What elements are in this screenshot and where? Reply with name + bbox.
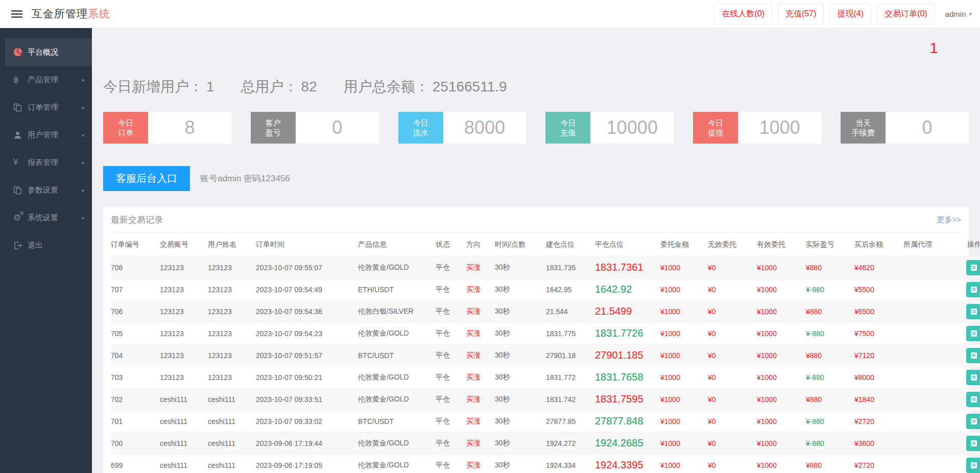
stat-card-4: 今日提现1000	[693, 112, 821, 144]
cell-agent	[903, 256, 953, 278]
overview-stat-2: 用户总余额：25166511.9	[344, 77, 507, 97]
sidebar-item-4[interactable]: ¥报表管理▸	[0, 149, 92, 176]
cell-order-id: 704	[111, 344, 160, 366]
topbar-button-3[interactable]: 交易订单(0)	[877, 4, 935, 25]
cell-agent	[903, 344, 953, 366]
cell-trade-account: ceshi111	[160, 432, 208, 454]
cell-entrust-amount: ¥1000	[660, 388, 708, 410]
card-label-line2: 盈亏	[266, 128, 281, 137]
cell-action	[953, 322, 980, 344]
stat-card-label: 今日流水	[398, 112, 443, 144]
topbar-actions: 在线人数(0)充值(57)提现(4)交易订单(0) admin ▾	[708, 4, 980, 25]
order-detail-button[interactable]	[966, 458, 980, 473]
chevron-right-icon: ▸	[82, 104, 85, 111]
cell-post-balance: ¥7120	[854, 344, 903, 366]
sidebar-item-label: 报表管理	[28, 158, 58, 168]
cell-direction: 买涨	[466, 366, 495, 388]
table-row: 699ceshi111ceshi1112023-09-06 17:19:05伦敦…	[111, 454, 980, 473]
topbar-button-1[interactable]: 充值(57)	[778, 4, 824, 25]
order-detail-button[interactable]	[966, 304, 980, 319]
cell-valid-entrust: ¥1000	[757, 388, 806, 410]
cell-open-price: 1831.742	[546, 388, 595, 410]
form-icon	[970, 308, 978, 316]
menu-toggle-icon[interactable]	[11, 9, 22, 19]
cell-order-time: 2023-09-06 17:19:05	[256, 454, 358, 473]
panel-title: 最新交易记录	[111, 214, 163, 226]
order-detail-button[interactable]	[966, 370, 980, 385]
cell-post-balance: ¥2720	[854, 410, 903, 432]
cell-order-id: 703	[111, 366, 160, 388]
cell-close-price: 27901.185	[595, 344, 660, 366]
cell-post-balance: ¥2720	[854, 454, 903, 473]
orders-icon	[13, 103, 28, 112]
more-link[interactable]: 更多>>	[937, 215, 961, 225]
chevron-right-icon: ▸	[82, 215, 85, 221]
trades-table: 订单编号交易账号用户姓名订单时间产品信息状态方向时间/点数建仓点位平仓点位委托金…	[111, 233, 980, 473]
sidebar-item-1[interactable]: ฿产品管理▸	[0, 66, 92, 93]
order-detail-button[interactable]	[966, 326, 980, 341]
cell-invalid-entrust: ¥0	[708, 410, 757, 432]
admin-dropdown[interactable]: admin ▾	[945, 10, 972, 18]
stat-card-label: 客户盈亏	[251, 112, 296, 144]
topbar-button-0[interactable]: 在线人数(0)	[714, 4, 772, 25]
order-detail-button[interactable]	[966, 436, 980, 451]
cell-agent	[903, 454, 953, 473]
overview-stat-label: 总用户：	[241, 79, 298, 94]
cell-actual-profit: ¥-880	[806, 366, 854, 388]
sidebar-item-6[interactable]: ⚙⚙系统设置▸	[0, 204, 92, 231]
cell-duration: 30秒	[495, 366, 546, 388]
order-detail-button[interactable]	[966, 392, 980, 407]
table-row: 7061231231231232023-10-07 09:54:36伦敦白银/S…	[111, 300, 980, 322]
sidebar-item-7[interactable]: 退出	[0, 231, 92, 259]
admin-username: admin	[945, 10, 966, 18]
cell-entrust-amount: ¥1000	[660, 410, 708, 432]
order-detail-button[interactable]	[966, 348, 980, 363]
cell-user-name: ceshi111	[208, 454, 256, 473]
cell-direction: 买涨	[466, 454, 495, 473]
cell-open-price: 27877.85	[546, 410, 595, 432]
overview-stat-label: 用户总余额：	[344, 79, 429, 94]
service-backend-button[interactable]: 客服后台入口	[103, 166, 190, 191]
table-row: 701ceshi111ceshi1112023-10-07 09:33:02BT…	[111, 410, 980, 432]
stat-card-1: 客户盈亏0	[251, 112, 379, 144]
form-icon	[970, 373, 978, 382]
card-label-line1: 今日	[413, 118, 428, 128]
cell-actual-profit: ¥-880	[806, 410, 854, 432]
form-icon	[970, 461, 978, 469]
cell-order-id: 701	[111, 410, 160, 432]
sidebar-item-3[interactable]: 用户管理▸	[0, 121, 92, 149]
sidebar-item-0[interactable]: 平台概况	[5, 38, 92, 66]
cell-post-balance: ¥1840	[854, 388, 903, 410]
table-row: 7041231231231232023-10-07 09:51:57BTC/US…	[111, 344, 980, 366]
cell-trade-account: 123123	[160, 344, 208, 366]
cell-open-price: 1831.772	[546, 366, 595, 388]
sidebar-item-2[interactable]: 订单管理▸	[0, 93, 92, 121]
gear-icon: ⚙⚙	[13, 212, 28, 223]
column-header-9: 平仓点位	[595, 233, 660, 256]
order-detail-button[interactable]	[966, 260, 980, 275]
cell-entrust-amount: ¥1000	[660, 366, 708, 388]
cell-duration: 30秒	[495, 322, 546, 344]
cell-product-info: 伦敦白银/SILVER	[358, 300, 436, 322]
service-row: 客服后台入口 账号admin 密码123456	[103, 166, 969, 191]
column-header-15: 所属代理	[903, 233, 953, 256]
cell-order-time: 2023-10-07 09:33:02	[256, 410, 358, 432]
sidebar-item-label: 平台概况	[28, 48, 58, 57]
cell-invalid-entrust: ¥0	[708, 322, 757, 344]
column-header-1: 交易账号	[160, 233, 208, 256]
cell-close-price: 1831.7595	[595, 388, 660, 410]
order-detail-button[interactable]	[966, 414, 980, 429]
order-detail-button[interactable]	[966, 282, 980, 297]
cell-status: 平仓	[436, 388, 466, 410]
table-header-row: 订单编号交易账号用户姓名订单时间产品信息状态方向时间/点数建仓点位平仓点位委托金…	[111, 233, 980, 256]
app-title-main: 互金所管理	[32, 8, 88, 19]
topbar-button-2[interactable]: 提现(4)	[829, 4, 871, 25]
sidebar-item-5[interactable]: 参数设置▸	[0, 176, 92, 204]
overview-stats: 今日新增用户：1总用户：82用户总余额：25166511.9	[103, 28, 969, 97]
params-icon	[13, 186, 28, 195]
card-label-line1: 今日	[708, 118, 723, 128]
cell-product-info: ETH/USDT	[358, 278, 436, 300]
form-icon	[970, 286, 978, 294]
column-header-14: 买后余额	[854, 233, 903, 256]
cell-order-time: 2023-10-07 09:54:23	[256, 322, 358, 344]
